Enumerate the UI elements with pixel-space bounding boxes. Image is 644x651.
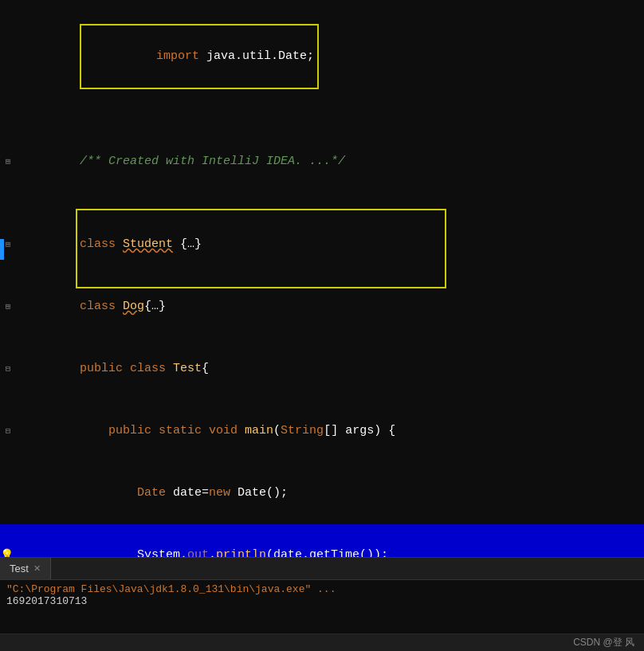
bracket-8: []	[324, 424, 345, 437]
gutter-6: ⊞	[0, 301, 16, 312]
line-content-8: public static void main(String[] args) {	[16, 400, 644, 462]
gutter-8: ⊟	[0, 426, 16, 437]
var-date: date=	[173, 486, 209, 500]
class-body-6: {…}	[144, 300, 166, 313]
kw-static-8: static	[159, 424, 209, 437]
method-name-main: main	[245, 424, 273, 437]
kw-void-8: void	[209, 424, 245, 437]
console-output-text: 1692017310713	[6, 595, 87, 607]
fold-icon-5[interactable]: ⊞	[2, 239, 14, 250]
new-date-call: Date();	[238, 486, 288, 500]
console-area: "C:\Program Files\Java\jdk1.8.0_131\bin\…	[0, 579, 644, 633]
line-content-1: import java.util.Date;	[16, 3, 644, 110]
gutter-3: ⊞	[0, 156, 16, 167]
bulb-icon-10: 💡	[0, 545, 14, 557]
kw-date-type: Date	[137, 486, 173, 500]
brand-label: CSDN @登 风	[573, 636, 634, 649]
dot-println: .	[209, 548, 216, 557]
kw-class-5: class	[80, 237, 123, 251]
indent-10	[80, 548, 137, 557]
code-line-10: 💡 System.out.println(date.getTime());	[0, 524, 644, 557]
code-line-9: Date date=new Date();	[0, 462, 644, 524]
param-args: args) {	[345, 424, 395, 437]
brace-open-7: {	[202, 362, 209, 375]
fold-icon-8[interactable]: ⊟	[2, 426, 14, 437]
method-params-8: (	[273, 424, 281, 437]
out-field: out	[187, 548, 209, 557]
kw-class-6: class	[80, 300, 123, 313]
code-line-3: ⊞ /** Created with IntelliJ IDEA. ...*/	[0, 131, 644, 193]
bottom-tabs-bar: Test ✕	[0, 557, 644, 579]
console-cmd-line: "C:\Program Files\Java\jdk1.8.0_131\bin\…	[6, 583, 638, 595]
line-content-5: class Student {…}	[16, 214, 644, 276]
system-class: System.	[137, 548, 187, 557]
gutter-5: ⊞	[0, 239, 16, 250]
tab-close-icon[interactable]: ✕	[33, 563, 41, 574]
tab-test[interactable]: Test ✕	[0, 558, 51, 579]
code-line-5: ⊞ class Student {…}	[0, 214, 644, 276]
line-content-7: public class Test{	[16, 338, 644, 400]
import-path: java.util.Date;	[206, 49, 314, 63]
class-name-student: Student	[123, 237, 173, 251]
line-content-3: /** Created with IntelliJ IDEA. ...*/	[16, 131, 644, 193]
console-command: "C:\Program Files\Java\jdk1.8.0_131\bin\…	[6, 583, 336, 595]
kw-class-7: class	[130, 362, 173, 375]
code-line-6: ⊞ class Dog{…}	[0, 276, 644, 338]
class-name-test: Test	[173, 362, 202, 375]
line-content-6: class Dog{…}	[16, 276, 644, 338]
gutter-7: ⊟	[0, 363, 16, 375]
indent-9	[80, 486, 137, 500]
class-name-dog: Dog	[123, 300, 144, 313]
println-args: (date.getTime());	[266, 548, 388, 557]
comment-text: /** Created with IntelliJ IDEA. ...*/	[80, 155, 345, 168]
code-line-2	[0, 110, 644, 131]
code-editor: import java.util.Date; ⊞ /** Created wit…	[0, 0, 644, 557]
line-content-9: Date date=new Date();	[16, 462, 644, 524]
line-content-10: System.out.println(date.getTime());	[16, 524, 644, 557]
class-body-5: {…}	[173, 237, 202, 251]
gutter-10: 💡	[0, 545, 16, 557]
fold-icon-3[interactable]: ⊞	[2, 156, 14, 167]
console-output-line: 1692017310713	[6, 595, 638, 607]
kw-string-8: String	[281, 424, 324, 437]
keyword-import: import	[156, 49, 206, 63]
fold-icon-6[interactable]: ⊞	[2, 301, 14, 312]
code-line-1: import java.util.Date;	[0, 3, 644, 110]
code-line-8: ⊟ public static void main(String[] args)…	[0, 400, 644, 462]
println-method: println	[216, 548, 266, 557]
tab-test-label: Test	[10, 563, 29, 575]
status-bar: CSDN @登 风	[0, 633, 644, 651]
kw-public-7: public	[80, 362, 130, 375]
fold-icon-7[interactable]: ⊟	[2, 363, 14, 375]
import-highlight-box: import java.util.Date;	[80, 24, 319, 89]
kw-new-9: new	[209, 486, 238, 500]
code-line-7: ⊟ public class Test{	[0, 338, 644, 400]
kw-public-8: public	[108, 424, 159, 437]
code-line-4	[0, 193, 644, 214]
indent-8	[80, 424, 108, 437]
code-lines-container: import java.util.Date; ⊞ /** Created wit…	[0, 0, 644, 557]
